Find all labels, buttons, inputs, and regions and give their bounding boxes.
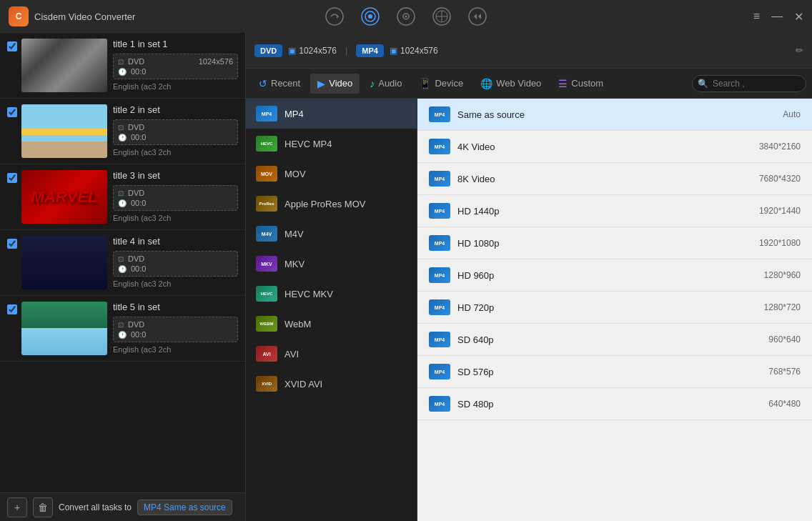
quality-item-hd1080[interactable]: MP4 HD 1080p 1920*1080 — [417, 227, 812, 259]
clock-icon-2: 🕐 — [118, 134, 127, 142]
quality-item-4k[interactable]: MP4 4K Video 3840*2160 — [417, 131, 812, 163]
add-file-button[interactable]: + — [7, 497, 27, 517]
tab-custom[interactable]: ☰ Custom — [551, 74, 610, 94]
file-checkbox-3[interactable] — [7, 173, 17, 183]
format-item-mov[interactable]: MOV MOV — [246, 159, 417, 189]
minimize-icon[interactable]: — — [771, 10, 783, 23]
file-thumb-4 — [21, 236, 107, 289]
file-format-5: DVD — [128, 320, 144, 329]
file-checkbox-4[interactable] — [7, 239, 17, 249]
titlebar: C Cisdem Video Converter — [0, 0, 812, 33]
quality-item-sd640[interactable]: MP4 SD 640p 960*640 — [417, 324, 812, 356]
quality-res-sd576: 768*576 — [768, 367, 801, 377]
file-format-2: DVD — [128, 123, 144, 132]
marvel-text: MARVEL — [31, 188, 98, 207]
custom-icon: ☰ — [558, 78, 568, 89]
tab-bar: ↺ Recent ▶ Video ♪ Audio 📱 Device 🌐 Web … — [246, 69, 812, 99]
quality-item-hd720[interactable]: MP4 HD 720p 1280*720 — [417, 292, 812, 324]
edit-icon[interactable]: ✏ — [796, 45, 803, 56]
format-item-mkv[interactable]: MKV MKV — [246, 249, 417, 279]
target-resolution: ▣ 1024x576 — [390, 46, 438, 56]
webm-icon: WEBM — [256, 316, 277, 332]
quality-8k-icon: MP4 — [429, 171, 450, 187]
search-input[interactable] — [692, 75, 806, 92]
menu-icon[interactable]: ≡ — [753, 10, 760, 23]
format-item-mp4[interactable]: MP4 MP4 — [246, 99, 417, 129]
format-list: MP4 MP4 HEVC HEVC MP4 MOV MOV ProRes App… — [246, 99, 417, 521]
format-panel: DVD ▣ 1024x576 | MP4 ▣ 1024x576 ✏ ↺ Rece… — [246, 33, 812, 521]
disc-icon-2: ⊡ — [118, 124, 124, 132]
format-item-hevc-mkv[interactable]: HEVC HEVC MKV — [246, 279, 417, 309]
prores-icon: ProRes — [256, 196, 277, 212]
tab-recent[interactable]: ↺ Recent — [252, 74, 307, 94]
file-item[interactable]: title 2 in set ⊡ DVD 🕐 00:0 English (ac3… — [0, 99, 245, 164]
mkv-icon: MKV — [256, 256, 277, 272]
quality-res-8k: 7680*4320 — [759, 174, 801, 184]
file-format-4: DVD — [128, 254, 144, 263]
quality-hd720-icon: MP4 — [429, 299, 450, 315]
file-format-1: DVD — [128, 57, 144, 66]
file-checkbox-1[interactable] — [7, 41, 17, 51]
quality-item-hd1440[interactable]: MP4 HD 1440p 1920*1440 — [417, 195, 812, 227]
tab-video[interactable]: ▶ Video — [310, 74, 360, 94]
file-lang-1: English (ac3 2ch — [113, 82, 238, 91]
format-item-hevc-mp4[interactable]: HEVC HEVC MP4 — [246, 129, 417, 159]
file-title-3: title 3 in set — [113, 170, 238, 181]
file-checkbox-2[interactable] — [7, 107, 17, 117]
file-lang-2: English (ac3 2ch — [113, 148, 238, 157]
quality-label: Same as source — [457, 109, 525, 120]
quality-item-sd576[interactable]: MP4 SD 576p 768*576 — [417, 356, 812, 388]
convert-format-badge[interactable]: MP4 Same as source — [137, 500, 232, 515]
tab-web-video[interactable]: 🌐 Web Video — [473, 74, 548, 94]
bottom-bar: + 🗑 Convert all tasks to MP4 Same as sou… — [0, 492, 246, 521]
file-lang-5: English (ac3 2ch — [113, 345, 238, 354]
file-info-4: title 4 in set ⊡ DVD 🕐 00:0 English (ac3… — [113, 236, 238, 288]
quality-res-hd1080: 1920*1080 — [759, 238, 801, 248]
file-item[interactable]: title 4 in set ⊡ DVD 🕐 00:0 English (ac3… — [0, 230, 245, 296]
svg-point-9 — [469, 8, 486, 25]
file-format-3: DVD — [128, 189, 144, 197]
file-meta-3: ⊡ DVD 🕐 00:0 — [113, 185, 238, 211]
file-title-5: title 5 in set — [113, 302, 238, 312]
file-info-1: title 1 in set 1 ⊡ DVD 1024x576 🕐 00:0 E… — [113, 39, 238, 91]
clock-icon-5: 🕐 — [118, 331, 127, 339]
file-item[interactable]: title 1 in set 1 ⊡ DVD 1024x576 🕐 00:0 E… — [0, 33, 245, 99]
close-icon[interactable]: ✕ — [794, 10, 803, 24]
format-item-webm[interactable]: WEBM WebM — [246, 309, 417, 339]
quality-hd960-icon: MP4 — [429, 267, 450, 283]
compress-nav-icon[interactable] — [359, 5, 382, 28]
format-item-xvid[interactable]: XVID XVID AVI — [246, 369, 417, 399]
file-meta-1: ⊡ DVD 1024x576 🕐 00:0 — [113, 54, 238, 79]
delete-file-button[interactable]: 🗑 — [33, 497, 53, 517]
quality-res-sd480: 640*480 — [768, 399, 801, 409]
disc-icon: ⊡ — [118, 58, 124, 66]
quality-res-sd640: 960*640 — [768, 334, 801, 344]
stream-nav-icon[interactable] — [466, 5, 489, 28]
file-item[interactable]: title 5 in set ⊡ DVD 🕐 00:0 English (ac3… — [0, 296, 245, 362]
target-format-badge: MP4 — [356, 44, 384, 57]
dvd-nav-icon[interactable] — [395, 5, 417, 28]
format-item-avi[interactable]: AVI AVI — [246, 339, 417, 369]
quality-item-hd960[interactable]: MP4 HD 960p 1280*960 — [417, 259, 812, 292]
quality-mp4-icon: MP4 — [429, 106, 450, 122]
quality-res: Auto — [783, 109, 801, 119]
app-title: Cisdem Video Converter — [34, 11, 135, 22]
media-nav-icon[interactable] — [430, 5, 453, 28]
quality-item-sd480[interactable]: MP4 SD 480p 640*480 — [417, 388, 812, 420]
quality-res-hd1440: 1920*1440 — [759, 206, 801, 216]
convert-nav-icon[interactable] — [323, 5, 346, 28]
format-item-m4v[interactable]: M4V M4V — [246, 219, 417, 249]
file-time-4: 00:0 — [131, 264, 146, 273]
tab-audio[interactable]: ♪ Audio — [362, 74, 409, 94]
tab-device[interactable]: 📱 Device — [412, 74, 470, 94]
file-item[interactable]: MARVEL title 3 in set ⊡ DVD 🕐 00:0 Engli… — [0, 164, 245, 230]
file-checkbox-5[interactable] — [7, 304, 17, 314]
main-container: title 1 in set 1 ⊡ DVD 1024x576 🕐 00:0 E… — [0, 33, 812, 521]
quality-item-8k[interactable]: MP4 8K Video 7680*4320 — [417, 163, 812, 195]
quality-res-4k: 3840*2160 — [759, 142, 801, 152]
quality-sd640-icon: MP4 — [429, 332, 450, 347]
file-lang-3: English (ac3 2ch — [113, 214, 238, 222]
format-item-prores[interactable]: ProRes Apple ProRes MOV — [246, 189, 417, 219]
hevc-mkv-icon: HEVC — [256, 286, 277, 302]
quality-item-same-as-source[interactable]: MP4 Same as source Auto — [417, 99, 812, 131]
